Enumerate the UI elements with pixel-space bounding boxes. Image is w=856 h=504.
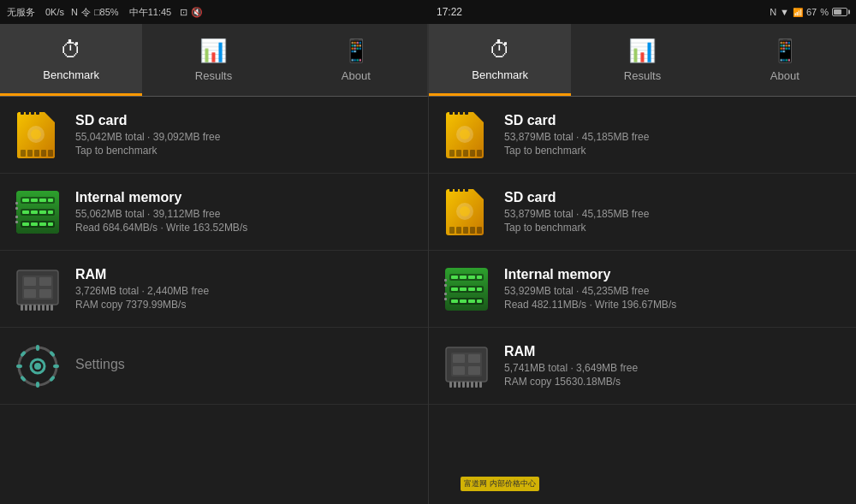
svg-rect-47 bbox=[46, 305, 49, 311]
svg-rect-9 bbox=[48, 150, 53, 157]
right-panel: SD card 53,879MB total · 45,185MB free T… bbox=[428, 97, 856, 504]
svg-rect-13 bbox=[36, 110, 39, 115]
percent-sign: % bbox=[820, 7, 829, 17]
sdcard-yellow-icon-r2 bbox=[441, 187, 492, 238]
internal-memory-content: Internal memory 55,062MB total · 39,112M… bbox=[75, 190, 416, 234]
time-left: 中午11:45 bbox=[129, 6, 172, 19]
ram-content: RAM 3,726MB total · 2,440MB free RAM cop… bbox=[75, 267, 416, 311]
time-right: 17:22 bbox=[437, 6, 462, 18]
svg-rect-119 bbox=[479, 382, 482, 388]
svg-rect-24 bbox=[39, 210, 46, 214]
svg-rect-102 bbox=[444, 279, 447, 282]
item-title: RAM bbox=[504, 344, 844, 359]
svg-rect-29 bbox=[39, 222, 46, 226]
mute-icon: 🔇 bbox=[191, 7, 203, 18]
internal-memory-icon bbox=[12, 187, 63, 238]
benchmark-icon-right: ⏱ bbox=[489, 37, 511, 63]
item-title: RAM bbox=[75, 267, 416, 282]
svg-rect-20 bbox=[48, 199, 53, 202]
list-item[interactable]: Internal memory 55,062MB total · 39,112M… bbox=[0, 174, 428, 251]
status-bar-left: 无服务 0K/s N 令 □85% 中午11:45 ⊡ 🔇 bbox=[0, 0, 428, 24]
svg-rect-85 bbox=[465, 187, 468, 192]
svg-rect-52 bbox=[36, 382, 39, 388]
svg-rect-69 bbox=[449, 110, 453, 115]
svg-rect-108 bbox=[453, 354, 465, 363]
item-title: SD card bbox=[504, 113, 844, 128]
svg-rect-46 bbox=[42, 305, 45, 311]
svg-point-63 bbox=[460, 129, 470, 139]
svg-rect-23 bbox=[31, 210, 38, 214]
network-icon: N bbox=[71, 7, 78, 17]
item-action: Tap to benchmark bbox=[504, 145, 844, 157]
svg-rect-93 bbox=[451, 288, 458, 291]
settings-title: Settings bbox=[75, 357, 416, 372]
tab-benchmark-left[interactable]: ⏱ Benchmark bbox=[0, 24, 142, 96]
svg-rect-22 bbox=[22, 210, 29, 214]
tab-about-right[interactable]: 📱 About bbox=[714, 24, 856, 96]
svg-rect-28 bbox=[31, 222, 38, 226]
item-sub: 5,741MB total · 3,649MB free bbox=[504, 362, 844, 374]
svg-rect-103 bbox=[444, 284, 447, 287]
tab-results-left[interactable]: 📊 Results bbox=[142, 24, 284, 96]
list-item[interactable]: SD card 53,879MB total · 45,185MB free T… bbox=[429, 97, 856, 174]
svg-rect-89 bbox=[460, 276, 467, 279]
item-title: Internal memory bbox=[504, 267, 844, 282]
item-sub: 53,879MB total · 45,185MB free bbox=[504, 131, 844, 143]
svg-rect-54 bbox=[53, 365, 59, 368]
list-item[interactable]: SD card 55,042MB total · 39,092MB free T… bbox=[0, 97, 428, 174]
settings-gear-icon bbox=[12, 341, 63, 392]
svg-rect-90 bbox=[468, 276, 475, 279]
svg-rect-19 bbox=[39, 199, 46, 202]
wifi-icon: 令 bbox=[81, 6, 91, 19]
item-action: Read 482.11MB/s · Write 196.67MB/s bbox=[504, 299, 844, 311]
tab-about-left[interactable]: 📱 About bbox=[285, 24, 427, 96]
sdcard-content-1: SD card 55,042MB total · 39,092MB free T… bbox=[75, 113, 416, 157]
svg-point-4 bbox=[31, 129, 41, 139]
list-item[interactable]: SD card 53,879MB total · 45,185MB free T… bbox=[429, 174, 856, 251]
tab-results-label-right: Results bbox=[624, 69, 661, 82]
svg-rect-48 bbox=[51, 305, 53, 311]
wifi-icon-right: ▼ bbox=[780, 7, 789, 17]
ram-icon bbox=[12, 264, 63, 315]
list-item[interactable]: RAM 3,726MB total · 2,440MB free RAM cop… bbox=[0, 251, 428, 328]
svg-rect-37 bbox=[24, 277, 36, 286]
tab-panel-right: ⏱ Benchmark 📊 Results 📱 About bbox=[428, 24, 856, 97]
svg-rect-8 bbox=[41, 150, 46, 157]
svg-rect-77 bbox=[449, 227, 455, 234]
list-item[interactable]: Internal memory 53,929MB total · 45,235M… bbox=[429, 251, 856, 328]
settings-content: Settings bbox=[75, 357, 416, 375]
svg-rect-39 bbox=[24, 289, 36, 298]
network-icon-right: N bbox=[770, 7, 776, 17]
svg-rect-6 bbox=[27, 150, 33, 157]
watermark: 富道网 内部价格中心 bbox=[461, 477, 539, 491]
svg-rect-53 bbox=[16, 365, 22, 368]
results-icon-left: 📊 bbox=[199, 38, 227, 64]
list-item[interactable]: RAM 5,741MB total · 3,649MB free RAM cop… bbox=[429, 328, 856, 405]
item-sub: 55,062MB total · 39,112MB free bbox=[75, 208, 416, 220]
svg-rect-82 bbox=[449, 187, 453, 192]
results-icon-right: 📊 bbox=[628, 38, 656, 64]
svg-rect-25 bbox=[48, 210, 53, 214]
svg-rect-101 bbox=[477, 299, 482, 303]
svg-rect-115 bbox=[462, 382, 465, 388]
tab-results-right[interactable]: 📊 Results bbox=[571, 24, 713, 96]
svg-rect-109 bbox=[468, 354, 480, 363]
svg-rect-96 bbox=[477, 288, 482, 291]
tab-benchmark-right[interactable]: ⏱ Benchmark bbox=[429, 24, 571, 96]
svg-rect-105 bbox=[444, 298, 447, 300]
item-sub: 53,929MB total · 45,235MB free bbox=[504, 285, 844, 297]
svg-rect-111 bbox=[468, 366, 480, 375]
benchmark-icon-left: ⏱ bbox=[60, 37, 82, 63]
sdcard-content-r2: SD card 53,879MB total · 45,185MB free T… bbox=[504, 190, 844, 234]
svg-rect-70 bbox=[455, 110, 458, 115]
speed-text: 0K/s bbox=[45, 7, 64, 17]
svg-rect-30 bbox=[48, 222, 53, 226]
list-item-settings[interactable]: Settings bbox=[0, 328, 428, 405]
svg-rect-110 bbox=[453, 366, 465, 375]
svg-rect-94 bbox=[460, 288, 467, 291]
battery-icon-left: □85% bbox=[94, 7, 119, 17]
svg-point-59 bbox=[34, 363, 41, 370]
svg-rect-40 bbox=[39, 289, 51, 298]
svg-rect-84 bbox=[460, 187, 463, 192]
svg-rect-17 bbox=[22, 199, 29, 202]
